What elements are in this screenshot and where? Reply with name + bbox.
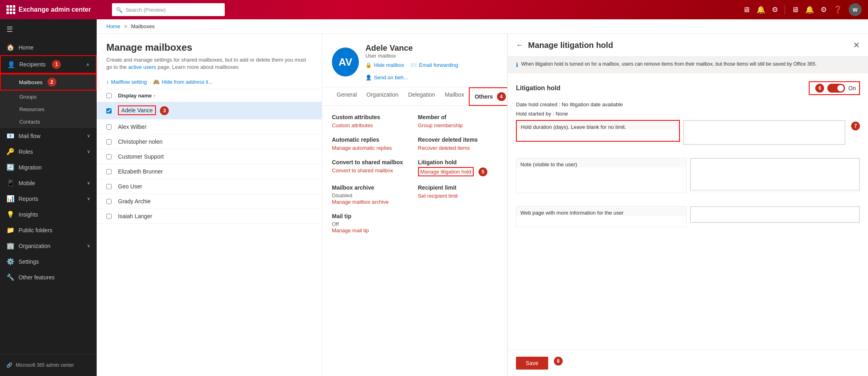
webpage-right-wrap	[690, 206, 860, 223]
hide-address-btn[interactable]: 🙈 Hide from address li...	[153, 79, 212, 85]
set-recipient-limit-link[interactable]: Set recipient limit	[418, 193, 458, 199]
sidebar-item-organization[interactable]: 🏢 Organization ∨	[0, 238, 97, 254]
hamburger-button[interactable]: ☰	[0, 19, 97, 39]
sidebar-item-roles[interactable]: 🔑 Roles ∨	[0, 144, 97, 159]
user-avatar-large: AV	[332, 48, 359, 76]
sidebar-item-insights[interactable]: 💡 Insights	[0, 207, 97, 222]
sidebar-item-contacts[interactable]: Contacts	[0, 116, 97, 128]
table-row[interactable]: Isaiah Langer	[97, 209, 322, 224]
search-box[interactable]: 🔍 Search (Preview)	[112, 3, 225, 16]
custom-attributes-link[interactable]: Custom attributes	[332, 122, 373, 128]
table-row[interactable]: Alex Wilber	[97, 120, 322, 134]
bell-icon[interactable]: 🔔	[756, 5, 765, 14]
recover-deleted-link[interactable]: Recover deleted items	[418, 145, 470, 151]
adele-badge: 3	[160, 106, 169, 115]
sidebar-label-organization: Organization	[19, 243, 50, 249]
settings-icon: ⚙️	[6, 258, 15, 265]
table-row[interactable]: Adele Vance 3	[97, 102, 322, 120]
select-all-checkbox[interactable]	[106, 93, 112, 98]
duration-right-input[interactable]	[684, 120, 845, 145]
table-row[interactable]: Elizabeth Brunner	[97, 164, 322, 179]
row-checkbox-adele[interactable]	[106, 108, 112, 114]
hide-mailbox-btn[interactable]: 🔒 Hide mailbox	[365, 62, 404, 68]
monitor-icon-2[interactable]: 🖥	[791, 6, 799, 14]
monitor-icon[interactable]: 🖥	[743, 6, 750, 14]
tab-others[interactable]: Others 4	[469, 87, 508, 106]
convert-shared-link[interactable]: Convert to shared mailbox	[332, 167, 393, 174]
note-textarea[interactable]	[516, 167, 686, 192]
save-button[interactable]: Save	[516, 357, 548, 370]
sidebar-label-resources: Resources	[19, 106, 44, 112]
row-checkbox-elizabeth[interactable]	[106, 169, 112, 174]
mail-tip-title: Mail tip	[332, 213, 412, 219]
sidebar-item-publicfolders[interactable]: 📁 Public folders	[0, 222, 97, 238]
row-checkbox-isaiah[interactable]	[106, 214, 112, 219]
toggle-on-label: On	[848, 85, 856, 91]
sidebar-item-groups[interactable]: Groups	[0, 91, 97, 103]
litigation-panel: ← Manage litigation hold ✕ ℹ When litiga…	[508, 34, 868, 376]
sidebar-item-mailflow[interactable]: 📧 Mail flow ∨	[0, 128, 97, 144]
active-users-link[interactable]: active users	[128, 64, 156, 70]
close-button[interactable]: ✕	[853, 40, 860, 50]
user-actions: 🔒 Hide mailbox ✉️ Email forwarding 👤 Sen…	[365, 62, 497, 81]
sidebar-item-mailboxes[interactable]: Mailboxes 2	[0, 74, 97, 91]
webpage-label: Web page with more information for the u…	[516, 207, 686, 216]
publicfolders-icon: 📁	[6, 226, 15, 234]
sidebar-item-mobile[interactable]: 📱 Mobile ∨	[0, 175, 97, 191]
tab-mailbox[interactable]: Mailbox	[440, 87, 469, 106]
duration-input[interactable]	[517, 130, 679, 141]
sidebar-item-migration[interactable]: 🔄 Migration	[0, 159, 97, 175]
organization-icon: 🏢	[6, 242, 15, 250]
manage-litigation-link[interactable]: Manage litigation hold	[418, 167, 474, 176]
group-membership-link[interactable]: Group membership	[418, 122, 463, 128]
table-row[interactable]: Christopher nolen	[97, 134, 322, 149]
row-checkbox-geo[interactable]	[106, 184, 112, 189]
user-tabs: General Organization Delegation Mailbox …	[322, 87, 507, 106]
user-avatar[interactable]: W	[849, 3, 862, 16]
breadcrumb-home[interactable]: Home	[106, 23, 120, 29]
tab-delegation[interactable]: Delegation	[403, 87, 440, 106]
person-icon: 👤	[365, 74, 372, 81]
content-area: Home > Mailboxes Manage mailboxes Create…	[97, 19, 868, 376]
sort-arrow-icon[interactable]: ↑	[153, 93, 156, 98]
row-checkbox-grady[interactable]	[106, 199, 112, 204]
sidebar-item-resources[interactable]: Resources	[0, 103, 97, 116]
row-checkbox-alex[interactable]	[106, 124, 112, 130]
mailflow-setting-btn[interactable]: ↕ Mailflow setting	[106, 79, 147, 85]
email-forward-btn[interactable]: ✉️ Email forwarding	[410, 62, 458, 68]
duration-field: Hold duration (days). Leave blank for no…	[516, 120, 680, 142]
manage-auto-replies-link[interactable]: Manage automatic replies	[332, 145, 392, 151]
note-right-textarea[interactable]	[690, 158, 860, 190]
gear-icon[interactable]: ⚙	[772, 5, 778, 14]
ms365-link[interactable]: 🔗 Microsoft 365 admin center	[0, 358, 97, 372]
manage-mail-tip-link[interactable]: Manage mail tip	[332, 227, 369, 233]
sidebar-item-recipients[interactable]: 👤 Recipients 1 ∧	[0, 55, 97, 74]
bell-icon-2[interactable]: 🔔	[805, 5, 814, 14]
recipients-badge: 1	[52, 60, 61, 69]
section-litigation-hold: Litigation hold Manage litigation hold 5	[418, 159, 498, 176]
webpage-input[interactable]	[516, 216, 686, 227]
tab-organization[interactable]: Organization	[362, 87, 403, 106]
email-forward-label: Email forwarding	[419, 62, 458, 68]
send-on-behalf-btn[interactable]: 👤 Send on beh...	[365, 74, 408, 81]
note-right-field	[690, 158, 860, 198]
help-icon[interactable]: ❓	[833, 5, 842, 14]
litigation-toggle[interactable]	[827, 84, 845, 93]
back-button[interactable]: ←	[516, 41, 523, 50]
gear-icon-2[interactable]: ⚙	[820, 5, 827, 14]
lock-icon: 🔒	[365, 62, 372, 68]
sidebar-item-home[interactable]: 🏠 Home	[0, 39, 97, 55]
sidebar-item-reports[interactable]: 📊 Reports ∨	[0, 191, 97, 207]
table-row[interactable]: Customer Support	[97, 149, 322, 164]
hold-started-row: Hold started by : None	[516, 111, 860, 117]
table-row[interactable]: Grady Archie	[97, 194, 322, 209]
manage-archive-link[interactable]: Manage mailbox archive	[332, 199, 389, 205]
tab-general[interactable]: General	[332, 87, 362, 106]
webpage-right-input[interactable]	[690, 207, 860, 223]
row-checkbox-customer[interactable]	[106, 154, 112, 159]
table-row[interactable]: Geo User	[97, 179, 322, 194]
row-checkbox-chris[interactable]	[106, 139, 112, 145]
sidebar-item-settings[interactable]: ⚙️ Settings	[0, 254, 97, 269]
mailflow-icon-btn: ↕	[106, 79, 109, 85]
sidebar-item-otherfeatures[interactable]: 🔧 Other features	[0, 269, 97, 285]
